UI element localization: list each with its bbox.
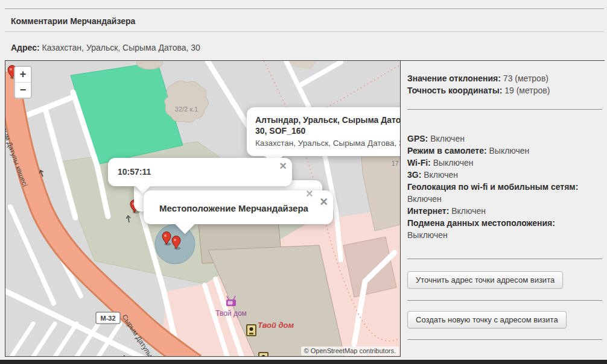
popup-location: Местоположение Мерчандайзера ×	[144, 190, 333, 224]
shop-label: Твой дом	[215, 309, 247, 318]
create-point-button[interactable]: Создать новую точку с адресом визита	[407, 311, 567, 328]
accuracy-label: Точность координаты:	[407, 86, 502, 95]
openstreetmap-link[interactable]: OpenStreetMap	[311, 347, 358, 354]
address-value: Казахстан, Уральск, Сырыма Датова, 30	[42, 43, 200, 52]
deviation-row: Значение отклонения: 73 (метров)	[407, 72, 602, 84]
create-point-section: Создать новую точку с адресом визита	[407, 301, 602, 340]
status-row-wifi: Wi-Fi: Выключен	[407, 157, 602, 169]
zoom-out-button[interactable]: −	[15, 83, 31, 98]
deviation-value: 73 (метров)	[503, 74, 548, 83]
device-status-section: GPS: Включен Режим в самолете: Выключен …	[407, 110, 602, 259]
status-row-3g: 3G: Включен	[407, 169, 602, 181]
attribution-prefix: ©	[304, 347, 311, 354]
map-zoom-control: + −	[14, 66, 32, 99]
status-row-geolocation: Геолокация по wi-fi и мобильным сетям: В…	[407, 181, 602, 205]
accuracy-value: 19 (метров)	[504, 86, 550, 95]
popup-poi-body: Казахстан, Уральск, Сырыма Датова, 30	[255, 138, 401, 149]
address-label: Адрес:	[11, 43, 40, 52]
attribution-suffix: contributors.	[357, 347, 396, 354]
address-row: Адрес: Казахстан, Уральск, Сырыма Датова…	[5, 32, 604, 60]
bottom-bar	[0, 360, 607, 364]
section-header: Комментарии Мерчандайзера	[5, 9, 604, 32]
building-label-32-2: 32/2 к.1	[175, 105, 198, 113]
deviation-label: Значение отклонения:	[407, 74, 501, 83]
close-icon[interactable]: ×	[279, 161, 287, 171]
status-row-gps: GPS: Включен	[407, 133, 602, 145]
deviation-section: Значение отклонения: 73 (метров) Точност…	[407, 61, 602, 110]
vending-icon-2	[259, 353, 268, 356]
map-building-blob	[165, 81, 209, 122]
popup-poi-title: Алтындар, Уральск, Сырыма Датова, 30, SO…	[255, 115, 401, 136]
refine-address-button[interactable]: Уточнить адрес точки адресом визита	[407, 271, 563, 289]
vending-icon	[247, 325, 256, 336]
map-attribution: © OpenStreetMap contributors.	[301, 347, 399, 356]
page-title: Комментарии Мерчандайзера	[5, 9, 604, 26]
refine-address-section: Уточнить адрес точки адресом визита	[407, 259, 602, 301]
building-label-17: 17	[392, 160, 399, 167]
popup-time-label: 10:57:11	[108, 158, 292, 177]
merchandiser-comments-page: Комментарии Мерчандайзера Адрес: Казахст…	[0, 0, 607, 364]
road-shield-label: М-32	[100, 315, 115, 322]
map[interactable]: М-32 Сырым Датулы көшесі Сырым Датулы кө…	[5, 60, 401, 357]
popup-time: 10:57:11 ×	[108, 158, 292, 186]
status-row-internet: Интернет: Включен	[407, 205, 602, 217]
zoom-in-button[interactable]: +	[15, 67, 31, 83]
hidden-popup-close-icon[interactable]: ×	[306, 187, 313, 201]
status-row-airplane: Режим в самолете: Выключен	[407, 145, 602, 157]
building-name-label: Твой дом	[258, 321, 294, 330]
close-icon[interactable]: ×	[320, 197, 328, 207]
status-row-mock-location: Подмена данных местоположения: Выключен	[407, 217, 602, 241]
popup-poi: Алтындар, Уральск, Сырыма Датова, 30, SO…	[247, 107, 401, 156]
address-line: Адрес: Казахстан, Уральск, Сырыма Датова…	[5, 32, 604, 52]
popup-location-label: Местоположение Мерчандайзера	[144, 190, 333, 213]
info-panel: Значение отклонения: 73 (метров) Точност…	[401, 60, 605, 357]
accuracy-row: Точность координаты: 19 (метров)	[407, 84, 602, 96]
